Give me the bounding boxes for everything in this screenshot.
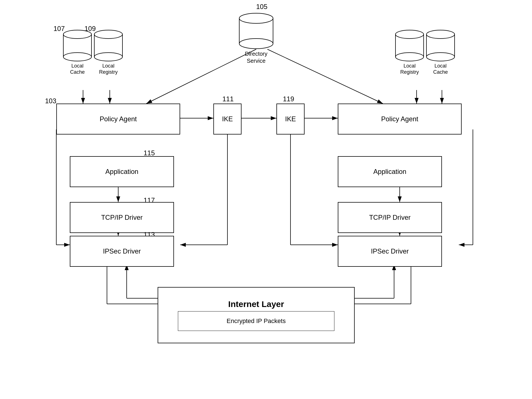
ike-left: IKE: [213, 104, 242, 135]
svg-point-33: [239, 39, 273, 49]
local-registry-right: LocalRegistry: [394, 28, 425, 75]
label-105: 105: [256, 3, 267, 11]
svg-point-32: [239, 13, 273, 23]
svg-point-45: [426, 30, 455, 39]
ipsec-right: IPSec Driver: [338, 236, 442, 267]
local-cache-right: LocalCache: [425, 28, 456, 75]
ipsec-left: IPSec Driver: [70, 236, 174, 267]
local-registry-left: LocalRegistry: [93, 28, 124, 75]
tcpip-right: TCP/IP Driver: [338, 202, 442, 233]
local-registry-right-label: LocalRegistry: [400, 63, 419, 75]
directory-service: Directory Service: [236, 10, 276, 64]
application-left: Application: [70, 156, 174, 187]
internet-layer: Internet Layer Encrypted IP Packets: [158, 287, 355, 343]
svg-point-39: [94, 30, 122, 39]
label-119: 119: [283, 95, 294, 103]
application-right: Application: [338, 156, 442, 187]
tcpip-left: TCP/IP Driver: [70, 202, 174, 233]
svg-point-42: [395, 30, 424, 39]
local-cache-right-label: LocalCache: [433, 63, 448, 75]
local-registry-right-icon: [394, 28, 425, 62]
svg-point-43: [395, 53, 424, 61]
svg-point-40: [94, 53, 122, 61]
local-cache-left: LocalCache: [62, 28, 93, 75]
local-cache-right-icon: [425, 28, 456, 62]
local-cache-left-label: LocalCache: [70, 63, 85, 75]
directory-service-icon: [236, 10, 276, 49]
svg-point-36: [63, 30, 91, 39]
svg-point-46: [426, 53, 455, 61]
policy-agent-right: Policy Agent: [338, 104, 462, 135]
local-registry-left-label: LocalRegistry: [99, 63, 118, 75]
directory-service-label: Directory Service: [245, 50, 267, 64]
label-115: 115: [144, 149, 155, 157]
diagram: 105 Directory Service 107 109 LocalCache: [0, 0, 532, 399]
svg-point-37: [63, 53, 91, 61]
label-103: 103: [45, 97, 56, 105]
label-111: 111: [222, 95, 234, 103]
local-registry-left-icon: [93, 28, 124, 62]
policy-agent-left: Policy Agent: [56, 104, 180, 135]
local-cache-left-icon: [62, 28, 93, 62]
ike-right: IKE: [276, 104, 305, 135]
encrypted-packets: Encrypted IP Packets: [178, 311, 335, 331]
